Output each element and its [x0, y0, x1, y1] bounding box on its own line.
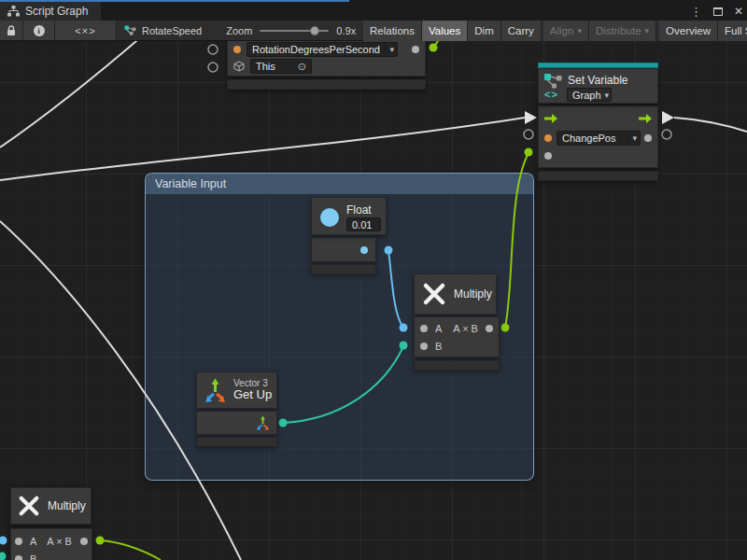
graph-toolbar: i <×> RotateSpeed Zoom 0.9x Relations Va…	[0, 21, 747, 41]
control-arrow-out	[662, 111, 674, 124]
input-b-port[interactable]	[420, 343, 428, 350]
wire-control-topleft[interactable]	[0, 35, 143, 147]
close-icon[interactable]: ✕	[734, 5, 743, 18]
code-preview-button[interactable]: <×>	[55, 21, 117, 40]
value-out-port[interactable]	[644, 134, 652, 142]
output-port[interactable]	[486, 325, 493, 332]
value-in-port[interactable]	[544, 134, 552, 142]
dim-button[interactable]: Dim	[468, 21, 500, 41]
node-footer	[311, 264, 376, 274]
info-button[interactable]: i	[23, 21, 55, 40]
graph-node-icon	[124, 25, 136, 35]
wire-cap	[0, 537, 7, 545]
node-title: Set Variable	[568, 74, 627, 87]
group-title: Variable Input	[155, 177, 226, 190]
chevron-down-icon: ▾	[645, 26, 650, 35]
wire-control-into-set-variable[interactable]	[0, 118, 525, 180]
wire-multiply-bottom-out[interactable]	[100, 540, 161, 560]
overview-button[interactable]: Overview	[659, 21, 718, 41]
variable-name-field[interactable]: ChangePos ▾	[557, 131, 641, 146]
set-variable-node[interactable]: <> Set Variable Graph ▾	[538, 63, 658, 181]
port-ring[interactable]	[208, 45, 218, 54]
fullscreen-button[interactable]: Full Screen	[718, 21, 747, 41]
float-literal-node[interactable]: Float 0.01	[311, 197, 387, 274]
distribute-dropdown-button[interactable]: Distribute▾	[589, 21, 656, 41]
input-a-port[interactable]	[420, 325, 428, 332]
node-footer	[196, 437, 277, 447]
lock-button[interactable]	[0, 21, 23, 40]
titlebar: Script Graph ⋮ ✕	[0, 0, 747, 21]
object-picker-icon[interactable]: ⊙	[298, 61, 306, 73]
unity-visual-scripting-window: Variable Input	[0, 0, 747, 560]
wire-cap	[430, 44, 438, 52]
port-ring[interactable]	[208, 63, 218, 72]
node-footer	[538, 171, 658, 181]
output-port[interactable]	[412, 46, 419, 53]
get-variable-node[interactable]: RotationDegreesPerSecond ▾ This ⊙	[227, 35, 426, 90]
multiply-icon	[18, 495, 40, 517]
zoom-label: Zoom	[226, 25, 252, 36]
lock-icon	[7, 25, 16, 36]
multiply-icon	[422, 282, 446, 306]
port-ring[interactable]	[524, 130, 533, 139]
control-in-port[interactable]	[544, 114, 557, 123]
variable-name-field[interactable]: RotationDegreesPerSecond ▾	[247, 42, 398, 57]
cube-icon	[233, 61, 245, 72]
control-out-port[interactable]	[639, 114, 652, 123]
node-footer	[414, 360, 500, 371]
chevron-down-icon: ▾	[601, 91, 610, 100]
code-icon: <>	[544, 89, 558, 100]
control-arrow-in	[525, 111, 537, 124]
input-a-port[interactable]	[15, 538, 22, 545]
node-title: Get Up	[233, 388, 272, 402]
scope-dropdown[interactable]: Graph ▾	[567, 88, 612, 102]
info-icon: i	[34, 25, 45, 36]
values-button[interactable]: Values	[422, 21, 468, 41]
maximize-icon[interactable]	[713, 7, 723, 16]
breadcrumb-graph-name: RotateSpeed	[142, 25, 202, 36]
node-title: Float	[346, 203, 372, 217]
tab-label: Script Graph	[25, 5, 88, 18]
value-port[interactable]	[233, 46, 241, 53]
window-menu-icon[interactable]: ⋮	[690, 5, 702, 19]
target-field[interactable]: This ⊙	[250, 59, 312, 74]
output-port[interactable]	[80, 538, 88, 545]
vector3-icon	[204, 378, 227, 402]
chevron-down-icon[interactable]: ▾	[627, 133, 637, 143]
get-up-node[interactable]: Vector 3 Get Up	[196, 371, 277, 447]
node-title: Multiply	[48, 499, 86, 512]
zoom-value: 0.9x	[336, 25, 356, 36]
multiply-node[interactable]: Multiply A A × B B	[414, 273, 500, 371]
extra-port[interactable]	[544, 152, 552, 160]
tab-script-graph[interactable]: Script Graph	[0, 2, 101, 21]
wire-control-out-of-set-variable[interactable]	[674, 118, 747, 132]
wire-cap	[0, 553, 7, 560]
zoom-control: Zoom 0.9x	[211, 21, 356, 40]
zoom-slider-handle[interactable]	[310, 26, 319, 35]
wire-cap	[525, 148, 533, 157]
group-header[interactable]: Variable Input	[146, 174, 533, 194]
graph-hierarchy-icon	[7, 6, 20, 17]
vector3-output-port[interactable]	[256, 415, 270, 430]
carry-button[interactable]: Carry	[501, 21, 542, 41]
zoom-slider[interactable]	[260, 30, 329, 32]
input-b-port[interactable]	[15, 555, 22, 560]
port-ring[interactable]	[662, 130, 671, 139]
relations-button[interactable]: Relations	[363, 21, 422, 41]
graph-canvas[interactable]: Variable Input	[0, 0, 747, 560]
chevron-down-icon[interactable]: ▾	[385, 45, 394, 54]
set-variable-icon	[543, 73, 564, 89]
wire-cap	[96, 537, 105, 545]
code-preview-icon: <×>	[75, 25, 95, 36]
breadcrumb[interactable]: RotateSpeed	[117, 21, 211, 40]
toolbar-buttons: Relations Values Dim Carry Align▾ Distri…	[363, 21, 747, 41]
node-title: Multiply	[454, 287, 492, 301]
chevron-down-icon: ▾	[577, 26, 582, 35]
float-type-icon	[320, 208, 339, 227]
node-footer	[227, 79, 426, 90]
align-dropdown-button[interactable]: Align▾	[543, 21, 589, 41]
float-value-field[interactable]: 0.01	[346, 217, 381, 231]
multiply-node-bottom[interactable]: Multiply A A × B B	[10, 487, 92, 560]
float-output-port[interactable]	[360, 246, 368, 254]
